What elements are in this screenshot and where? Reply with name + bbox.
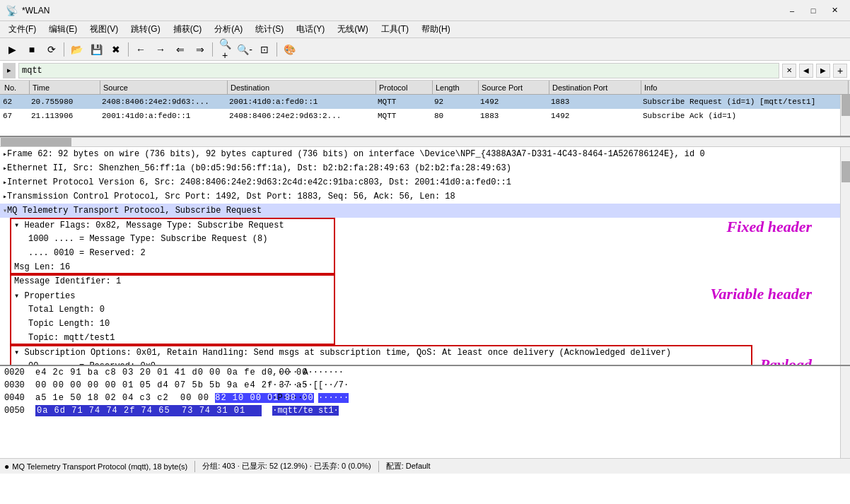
toolbar-save[interactable]: 💾 <box>87 40 105 59</box>
cell-info: Subscribe Request (id=1) [mqtt/test1] <box>640 95 850 109</box>
detail-msg-type[interactable]: 1000 .... = Message Type: Subscribe Requ… <box>0 232 840 246</box>
detail-reserved2[interactable]: 00.. .... = Reserved: 0x0 <box>0 359 840 365</box>
hex-ascii: ·········[[··/7· <box>267 380 349 390</box>
packet-list: No. Time Source Destination Protocol Len… <box>0 81 850 137</box>
col-length: Length <box>433 81 479 94</box>
detail-msg-id[interactable]: Message Identifier: 1 <box>0 274 840 288</box>
col-info: Info <box>641 81 849 94</box>
detail-tcp-text: Transmission Control Protocol, Src Port:… <box>7 192 455 201</box>
detail-msg-len[interactable]: Msg Len: 16 <box>0 260 840 274</box>
status-separator-2 <box>378 461 379 472</box>
menu-analyze[interactable]: 分析(A) <box>209 21 248 37</box>
close-button[interactable]: ✕ <box>825 3 844 18</box>
toolbar-stop[interactable]: ■ <box>23 40 41 59</box>
cell-srcport: 1492 <box>477 95 548 109</box>
menu-capture[interactable]: 捕获(C) <box>168 21 208 37</box>
toolbar-zoom-out[interactable]: 🔍- <box>235 40 254 59</box>
detail-topic-len[interactable]: Topic Length: 10 <box>0 317 840 331</box>
hex-dump-section: 0020 e4 2c 91 ba c8 03 20 01 41 d0 00 0a… <box>0 366 850 458</box>
cell-time: 21.113906 <box>28 109 99 123</box>
toolbar-back[interactable]: ← <box>132 40 150 59</box>
detail-mqtt[interactable]: MQ Telemetry Transport Protocol, Subscri… <box>0 204 840 218</box>
detail-scroll-thumb[interactable] <box>842 161 850 182</box>
menu-tools[interactable]: 工具(T) <box>375 21 414 37</box>
cell-len: 92 <box>431 95 477 109</box>
status-separator <box>194 461 195 472</box>
toolbar-close[interactable]: ✖ <box>107 40 125 59</box>
detail-topic[interactable]: Topic: mqtt/test1 <box>0 331 840 345</box>
menu-stats[interactable]: 统计(S) <box>250 21 289 37</box>
toolbar-restart[interactable]: ⟳ <box>42 40 61 59</box>
cell-proto: MQTT <box>375 95 431 109</box>
cell-dstport: 1883 <box>548 95 640 109</box>
menu-edit[interactable]: 编辑(E) <box>43 21 83 37</box>
hex-ascii: ··P····· ······ <box>267 393 349 403</box>
app-icon: 📡 <box>6 5 18 16</box>
hscroll-thumb[interactable] <box>1 138 71 146</box>
hex-ascii: ·,···· A······· <box>267 368 344 377</box>
toolbar-coloring[interactable]: 🎨 <box>280 40 298 59</box>
col-source: Source <box>100 81 228 94</box>
packet-list-hscrollbar[interactable] <box>0 137 850 147</box>
detail-ethernet[interactable]: Ethernet II, Src: Shenzhen_56:ff:1a (b0:… <box>0 161 840 175</box>
menu-help[interactable]: 帮助(H) <box>416 21 456 37</box>
toolbar-forward[interactable]: → <box>151 40 170 59</box>
cell-dstport: 1492 <box>548 109 640 123</box>
hex-offset: 0020 <box>4 368 30 377</box>
detail-reserved[interactable]: .... 0010 = Reserved: 2 <box>0 246 840 260</box>
packet-list-header: No. Time Source Destination Protocol Len… <box>0 81 850 95</box>
toolbar-jump-end[interactable]: ⇒ <box>191 40 209 59</box>
detail-scrollbar[interactable] <box>840 147 850 365</box>
hex-line-0020: 0020 e4 2c 91 ba c8 03 20 01 41 d0 00 0a… <box>0 366 840 379</box>
menu-wireless[interactable]: 无线(W) <box>332 21 373 37</box>
detail-ipv6[interactable]: Internet Protocol Version 6, Src: 2408:8… <box>0 175 840 189</box>
detail-total-len[interactable]: Total Length: 0 <box>0 303 840 317</box>
minimize-button[interactable]: – <box>782 3 802 18</box>
detail-properties[interactable]: ▾ Properties <box>0 288 840 303</box>
scroll-thumb[interactable] <box>842 95 850 116</box>
col-srcport: Source Port <box>479 81 549 94</box>
filter-input[interactable] <box>18 63 779 78</box>
detail-mqtt-text: MQ Telemetry Transport Protocol, Subscri… <box>7 206 262 216</box>
toolbar-zoom-in[interactable]: 🔍+ <box>216 40 234 59</box>
cell-info: Subscribe Ack (id=1) <box>640 109 850 123</box>
toolbar-jump-start[interactable]: ⇐ <box>171 40 190 59</box>
menu-phone[interactable]: 电话(Y) <box>291 21 330 37</box>
packet-row-67[interactable]: 67 21.113906 2001:41d0:a:fed0::1 2408:84… <box>0 109 850 123</box>
hex-offset: 0040 <box>4 393 30 403</box>
cell-source: 2408:8406:24e2:9d63:... <box>99 95 226 109</box>
detail-header-flags[interactable]: ▾ Header Flags: 0x82, Message Type: Subs… <box>0 218 840 232</box>
packet-detail: Frame 62: 92 bytes on wire (736 bits), 9… <box>0 147 850 366</box>
packet-row-62[interactable]: 62 20.755980 2408:8406:24e2:9d63:... 200… <box>0 95 850 109</box>
status-profile: 配置: Default <box>386 461 431 471</box>
maximize-button[interactable]: □ <box>803 3 823 18</box>
menu-goto[interactable]: 跳转(G) <box>125 21 165 37</box>
filter-nav-left[interactable]: ◀ <box>799 64 813 78</box>
menu-bar: 文件(F) 编辑(E) 视图(V) 跳转(G) 捕获(C) 分析(A) 统计(S… <box>0 21 850 38</box>
col-dstport: Destination Port <box>549 81 641 94</box>
toolbar-start[interactable]: ▶ <box>3 40 21 59</box>
cell-no: 62 <box>0 95 28 109</box>
packet-list-scrollbar[interactable] <box>840 95 850 136</box>
hex-offset: 0030 <box>4 380 30 390</box>
menu-view[interactable]: 视图(V) <box>84 21 124 37</box>
menu-file[interactable]: 文件(F) <box>3 21 42 37</box>
filter-clear-button[interactable]: ✕ <box>782 64 796 78</box>
filter-nav-right[interactable]: ▶ <box>816 64 830 78</box>
col-time: Time <box>30 81 100 94</box>
toolbar-separator-2 <box>128 42 129 57</box>
toolbar-open[interactable]: 📂 <box>67 40 86 59</box>
detail-frame[interactable]: Frame 62: 92 bytes on wire (736 bits), 9… <box>0 147 840 161</box>
hex-scrollbar[interactable] <box>840 366 850 458</box>
detail-sub-options[interactable]: ▾ Subscription Options: 0x01, Retain Han… <box>0 345 840 359</box>
toolbar: ▶ ■ ⟳ 📂 💾 ✖ ← → ⇐ ⇒ 🔍+ 🔍- ⊡ 🎨 <box>0 38 850 61</box>
filter-add-button[interactable]: + <box>833 64 847 78</box>
hex-line-0030: 0030 00 00 00 00 00 01 05 d4 07 5b 5b 9a… <box>0 379 840 392</box>
status-icon: ● <box>4 462 9 471</box>
toolbar-zoom-fit[interactable]: ⊡ <box>255 40 274 59</box>
filter-bar: ▸ ✕ ◀ ▶ + <box>0 61 850 81</box>
cell-len: 80 <box>431 109 477 123</box>
col-destination: Destination <box>228 81 376 94</box>
hex-bytes: 0a 6d 71 74 74 2f 74 65 73 74 31 01 <box>35 405 262 416</box>
detail-tcp[interactable]: Transmission Control Protocol, Src Port:… <box>0 189 840 204</box>
